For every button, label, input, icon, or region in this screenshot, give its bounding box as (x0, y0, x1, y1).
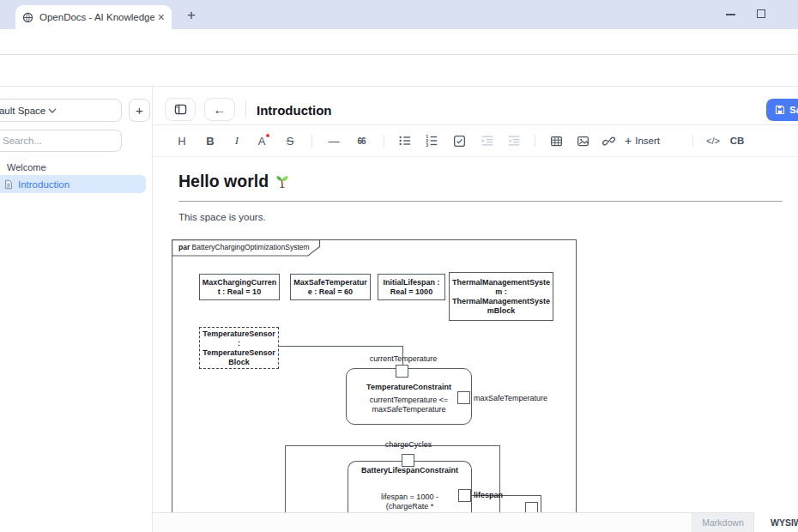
doc-header-divider (245, 101, 246, 118)
value-box: InitialLifespan : Real = 1000 (378, 274, 445, 300)
doc-header (153, 87, 798, 125)
browser-tab[interactable]: OpenDocs - AI Knowledge Base × (15, 5, 172, 29)
fmt-divider-1 (311, 135, 312, 147)
sidebar-item-label: Introduction (18, 179, 70, 190)
diagram-frame (172, 239, 577, 513)
toggle-sidebar-button[interactable] (165, 98, 196, 121)
bullet-list-button[interactable] (394, 130, 416, 152)
space-selector-label: Default Space (0, 106, 48, 116)
sensor-block: TemperatureSensor : TemperatureSensorBlo… (199, 327, 279, 369)
constraint-expression-line: (chargeRate * (348, 502, 472, 511)
fmt-divider-4 (692, 135, 693, 147)
plus-icon: + (625, 134, 632, 148)
color-dot-icon (266, 134, 269, 137)
temperature-constraint-block (346, 368, 472, 425)
outdent-button[interactable] (503, 130, 525, 152)
sidebar-item-introduction[interactable]: Introduction (0, 175, 146, 193)
numbered-list-icon: 123 (425, 134, 438, 148)
port (458, 489, 471, 502)
seedling-emoji-icon (275, 174, 290, 190)
insert-button[interactable]: + Insert (625, 130, 660, 152)
browser-tab-strip: OpenDocs - AI Knowledge Base × + (0, 0, 798, 29)
page-title: Introduction (257, 103, 331, 118)
image-icon (577, 135, 589, 148)
task-list-button[interactable] (448, 130, 470, 152)
numbered-list-button[interactable]: 123 (420, 130, 443, 152)
tab-title: OpenDocs - AI Knowledge Base (39, 12, 154, 22)
value-box: MaxSafeTemperature : Real = 60 (290, 274, 371, 300)
fmt-divider-3 (535, 135, 535, 147)
port-label-lifespan: lifespan (474, 491, 503, 499)
indent-icon (481, 134, 494, 148)
tab-close-icon[interactable]: × (158, 10, 165, 24)
port (396, 365, 408, 378)
checkbox-icon (453, 135, 466, 148)
tab-markdown[interactable]: Markdown (692, 512, 753, 532)
blockquote-button[interactable]: 66 (350, 130, 372, 152)
save-floppy-icon (775, 105, 785, 115)
bullet-list-icon (398, 134, 412, 148)
port-label-charge-cycles: chargeCycles (357, 440, 460, 449)
connector-line (471, 495, 541, 496)
window-maximize-button[interactable] (757, 9, 765, 18)
link-icon (602, 135, 615, 148)
fmt-divider-2 (384, 135, 384, 147)
constraint-title: TemperatureConstraint (346, 383, 472, 392)
add-space-button[interactable]: + (129, 99, 150, 122)
document-icon (3, 179, 14, 190)
space-selector[interactable]: Default Space (0, 99, 122, 122)
code-block-button[interactable]: CB (726, 130, 748, 152)
constraint-title: BatteryLifespanConstraint (358, 466, 462, 475)
sidebar-section-label: Welcome (7, 162, 46, 172)
battery-block-rect (285, 445, 500, 513)
browser-toolbar: → ai-toolbox.visual-paradigm.com/app/ope… (0, 29, 798, 55)
connector-line (279, 346, 403, 347)
constraint-expression: currentTemperature <= maxSafeTemperature (360, 396, 458, 414)
strikethrough-button[interactable]: S (279, 130, 301, 152)
table-icon (550, 135, 563, 148)
table-button[interactable] (545, 130, 567, 152)
indent-button[interactable] (476, 130, 499, 152)
back-button[interactable]: ← (204, 98, 235, 121)
connector-line (402, 346, 403, 366)
port (525, 502, 538, 512)
italic-button[interactable]: I (226, 130, 248, 152)
svg-text:3: 3 (426, 142, 428, 148)
port (457, 391, 470, 404)
bold-button[interactable]: B (199, 130, 221, 152)
horizontal-rule-button[interactable]: — (323, 130, 345, 152)
connector-line (541, 495, 541, 512)
doc-heading: Hello world (178, 172, 783, 202)
link-button[interactable] (597, 130, 620, 152)
constraint-expression-line: lifespan = 1000 - (348, 493, 472, 502)
outdent-icon (507, 134, 521, 148)
new-tab-button[interactable]: + (180, 6, 203, 25)
value-box: MaxChargingCurrent : Real = 10 (199, 274, 280, 300)
port-label-max-safe-temperature: maxSafeTemperature (474, 394, 547, 402)
heading-button[interactable]: H (171, 130, 193, 152)
image-button[interactable] (571, 130, 594, 152)
globe-favicon-icon (22, 12, 33, 23)
back-arrow-icon: ← (214, 102, 227, 117)
inline-code-button[interactable]: </> (702, 130, 724, 152)
chevron-down-icon (48, 108, 112, 113)
app-header: OpenDocs Powered by Visual Paradigm Shar… (0, 55, 798, 87)
save-button[interactable]: Save (766, 99, 798, 121)
font-color-button[interactable]: A (252, 130, 275, 152)
port (402, 454, 414, 467)
search-input[interactable] (0, 130, 122, 152)
value-box: ThermalManagementSystem : ThermalManagem… (449, 272, 553, 321)
window-minimize-button[interactable] (726, 14, 735, 15)
sidebar-panel-icon (174, 103, 187, 116)
port-label-current-temperature: currentTemperature (352, 354, 455, 363)
battery-constraint-block (348, 461, 472, 513)
sidebar (0, 87, 153, 532)
par-frame-label: par BatteryChargingOptimizationSystem (172, 239, 321, 257)
screen: OpenDocs - AI Knowledge Base × + → ai-to… (0, 0, 798, 532)
tab-wysiwyg[interactable]: WYSIWYG (753, 512, 798, 532)
doc-paragraph: This space is yours. (178, 212, 266, 222)
